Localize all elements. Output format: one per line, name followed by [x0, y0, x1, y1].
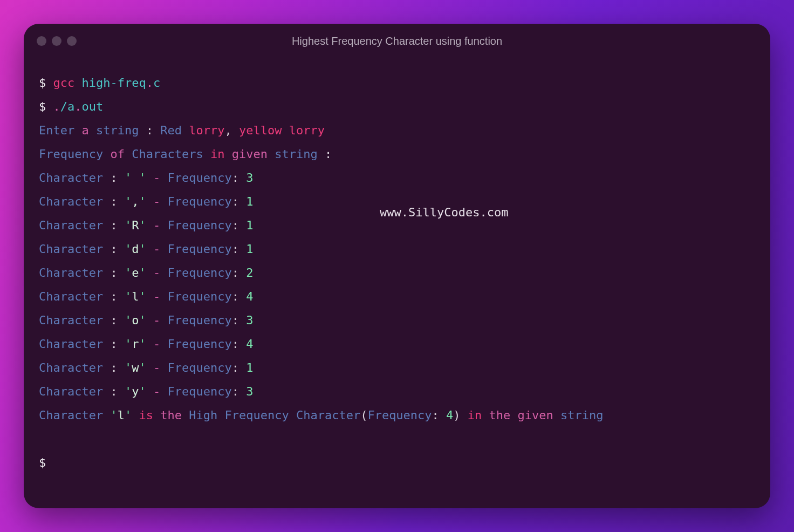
row-character-word: Character	[39, 171, 103, 185]
row-char: ,	[132, 195, 139, 208]
sum-the2: the	[489, 408, 511, 422]
row-char: o	[132, 313, 139, 327]
minimize-icon[interactable]	[52, 36, 61, 46]
row-colon2: :	[232, 361, 239, 374]
row-dash: -	[153, 171, 160, 185]
sum-string: string	[560, 408, 603, 422]
row-character-word: Character	[39, 290, 103, 303]
row-colon2: :	[232, 219, 239, 232]
row-count: 1	[246, 242, 253, 256]
word-frequency: Frequency	[39, 147, 103, 161]
cmd2-dot2: .	[74, 100, 81, 113]
row-quote-close: '	[139, 266, 146, 279]
row-dash: -	[153, 219, 160, 232]
row-quote-close: '	[139, 171, 146, 185]
row-quote-open: '	[125, 361, 132, 374]
sum-high-ch: l	[118, 408, 125, 422]
frequency-row: Character : ' ' - Frequency: 3	[39, 166, 755, 190]
row-character-word: Character	[39, 361, 103, 374]
frequency-row: Character : 'e' - Frequency: 2	[39, 261, 755, 285]
row-count: 1	[246, 195, 253, 208]
frequency-row: Character : 'y' - Frequency: 3	[39, 380, 755, 404]
row-char: y	[132, 385, 139, 398]
row-char: r	[132, 337, 139, 351]
window-controls	[37, 36, 77, 46]
row-character-word: Character	[39, 266, 103, 279]
row-colon2: :	[232, 313, 239, 327]
terminal-output[interactable]: www.SillyCodes.com $ gcc high-freq.c $ .…	[24, 58, 770, 508]
prompt-symbol: $	[39, 100, 46, 113]
prompt-symbol: $	[39, 456, 46, 469]
row-colon2: :	[232, 266, 239, 279]
cmd-arg-base: high-freq	[82, 76, 146, 90]
frequency-row: Character : 'd' - Frequency: 1	[39, 237, 755, 261]
row-character-word: Character	[39, 242, 103, 256]
blank-line	[39, 427, 755, 451]
row-dash: -	[153, 242, 160, 256]
row-dash: -	[153, 266, 160, 279]
row-colon2: :	[232, 195, 239, 208]
row-quote-open: '	[125, 313, 132, 327]
row-dash: -	[153, 195, 160, 208]
row-count: 3	[246, 171, 253, 185]
row-colon1: :	[110, 385, 117, 398]
frequency-row: Character : 'r' - Frequency: 4	[39, 332, 755, 356]
frequency-row: Character : 'o' - Frequency: 3	[39, 309, 755, 332]
word-lorry2: lorry	[289, 124, 325, 137]
close-icon[interactable]	[37, 36, 46, 46]
cmd-arg-ext: c	[153, 76, 160, 90]
row-colon2: :	[232, 242, 239, 256]
row-colon1: :	[110, 313, 117, 327]
word-given: given	[232, 147, 268, 161]
sum-q2: '	[125, 408, 132, 422]
row-character-word: Character	[39, 337, 103, 351]
cmd2-ext: out	[82, 100, 104, 113]
cmd-name: gcc	[53, 76, 75, 90]
word-string2: string	[275, 147, 317, 161]
sum-character: Character	[39, 408, 103, 422]
row-count: 1	[246, 361, 253, 374]
frequency-row: Character : 'l' - Frequency: 4	[39, 285, 755, 309]
cmd-arg-dot: .	[146, 76, 153, 90]
row-count: 1	[246, 219, 253, 232]
word-yellow: yellow	[239, 124, 282, 137]
row-colon1: :	[110, 219, 117, 232]
row-frequency-word: Frequency	[167, 171, 231, 185]
row-colon2: :	[232, 337, 239, 351]
row-char: e	[132, 266, 139, 279]
row-quote-open: '	[125, 195, 132, 208]
row-colon2: :	[232, 171, 239, 185]
watermark-text: www.SillyCodes.com	[380, 201, 508, 224]
row-char: R	[132, 219, 139, 232]
sum-is: is	[139, 408, 153, 422]
zoom-icon[interactable]	[67, 36, 77, 46]
row-quote-close: '	[139, 219, 146, 232]
trailing-prompt: $	[39, 451, 755, 475]
word-characters: Characters	[132, 147, 203, 161]
colon: :	[146, 124, 153, 137]
row-frequency-word: Frequency	[167, 266, 231, 279]
input-prompt-line: Enter a string : Red lorry, yellow lorry	[39, 119, 755, 142]
sum-in: in	[468, 408, 482, 422]
window-titlebar[interactable]: Highest Frequency Character using functi…	[24, 24, 770, 58]
sum-high: High	[189, 408, 217, 422]
row-colon1: :	[110, 337, 117, 351]
row-quote-close: '	[139, 313, 146, 327]
row-quote-close: '	[139, 195, 146, 208]
row-quote-open: '	[125, 266, 132, 279]
row-char: w	[132, 361, 139, 374]
cmd2-path: /a	[60, 100, 75, 113]
word-in: in	[210, 147, 225, 161]
row-count: 4	[246, 337, 253, 351]
row-quote-open: '	[125, 242, 132, 256]
row-character-word: Character	[39, 385, 103, 398]
sum-charw2: Character	[296, 408, 360, 422]
header-line: Frequency of Characters in given string …	[39, 142, 755, 166]
word-string: string	[96, 124, 139, 137]
word-red: Red	[160, 124, 182, 137]
row-frequency-word: Frequency	[167, 385, 231, 398]
row-colon1: :	[110, 242, 117, 256]
frequency-row: Character : 'w' - Frequency: 1	[39, 356, 755, 380]
word-of: of	[110, 147, 125, 161]
colon2: :	[325, 147, 332, 161]
